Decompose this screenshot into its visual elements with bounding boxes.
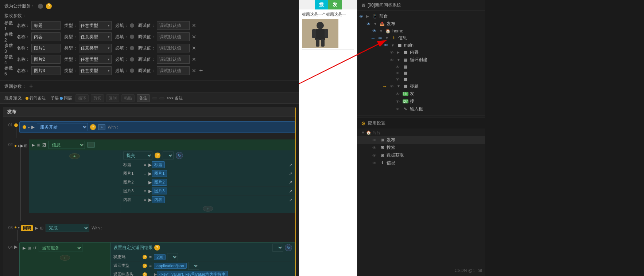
tree-item-fa[interactable]: 👁 btn 发	[357, 90, 485, 98]
tree-item-backend-info[interactable]: 👁 ℹ 信息	[357, 159, 485, 167]
param-required-3[interactable]	[130, 46, 134, 50]
preview-tab-publish[interactable]: 发	[328, 0, 342, 9]
cs-select[interactable]: 当前服务	[39, 244, 82, 252]
param-type-select-1[interactable]: 任意类型	[79, 21, 112, 30]
tree-eye-bs[interactable]: 👁	[371, 146, 378, 150]
tree-eye-input-field[interactable]: 👁	[394, 107, 401, 111]
submit-add-btn[interactable]: +	[203, 206, 213, 212]
tree-eye-fa[interactable]: 👁	[394, 92, 401, 96]
tree-eye-home[interactable]: 👁	[371, 29, 378, 33]
param-required-4[interactable]	[130, 57, 134, 62]
tree-eye-bp[interactable]: 👁	[371, 138, 378, 142]
param-debug-input-2[interactable]	[157, 32, 190, 41]
submit-expand-select[interactable]: ▼	[163, 151, 174, 159]
expand-icon-3[interactable]: ↗	[289, 180, 292, 185]
tree-item-loop[interactable]: 👁 ▼ ▦ 循环创建	[357, 56, 485, 64]
tree-eye-bi[interactable]: 👁	[371, 161, 378, 165]
submit-help[interactable]: ?	[155, 153, 160, 158]
tree-eye-e1[interactable]: 👁	[394, 65, 401, 69]
tree-item-home[interactable]: 👁 ▼ 🏠 home	[357, 28, 485, 34]
help-icon[interactable]: ?	[46, 3, 52, 9]
add-step-button-2[interactable]: +	[87, 142, 94, 148]
result-expand-select[interactable]: ▼	[272, 244, 283, 252]
tree-eye-frontend[interactable]: 👁	[357, 14, 365, 19]
cs-add-btn[interactable]: +	[60, 255, 70, 261]
param-name-input-3[interactable]	[31, 44, 61, 52]
param-delete-4[interactable]: ✕	[191, 56, 197, 62]
param-delete-2[interactable]: ✕	[191, 34, 197, 40]
tree-eye-publish[interactable]: 👁	[365, 22, 372, 26]
param-debug-input-5[interactable]	[157, 66, 190, 75]
param-name-input-5[interactable]	[31, 66, 61, 75]
tree-item-backend-data[interactable]: 👁 ⊞ 数据获取	[357, 151, 485, 159]
param-name-input-1[interactable]	[31, 21, 61, 30]
tree-eye-e3[interactable]: 👁	[394, 77, 401, 82]
tree-eye-title[interactable]: 👁	[388, 84, 395, 88]
param-type-select-3[interactable]: 任意类型	[79, 44, 112, 52]
param-type-select-2[interactable]: 任意类型	[79, 32, 112, 41]
param-delete-1[interactable]: ✕	[191, 23, 197, 28]
param-required-5[interactable]	[130, 68, 134, 73]
tree-eye-content[interactable]: 👁	[388, 50, 395, 55]
loop-btn[interactable]: 循环	[75, 94, 89, 102]
paste-btn[interactable]: 粘贴	[121, 94, 135, 102]
tree-item-content[interactable]: 👁 ▶ ▦ 内容	[357, 48, 485, 56]
param-name-input-4[interactable]	[31, 55, 61, 64]
param-required-2[interactable]	[130, 35, 134, 39]
expand-icon-1[interactable]: ↗	[289, 162, 292, 167]
tree-eye-loop[interactable]: 👁	[388, 58, 395, 62]
tree-eye-sou[interactable]: 👁	[394, 99, 401, 104]
tree-item-empty-3[interactable]: 👁 ▦	[357, 76, 485, 82]
expand-icon-2[interactable]: ↗	[289, 171, 292, 176]
result-help[interactable]: ?	[154, 245, 160, 251]
tree-item-main[interactable]: 👁 ▼ ▦ main	[357, 42, 485, 48]
param-delete-5[interactable]: ✕	[191, 68, 197, 74]
preview-tab-search[interactable]: 搜	[315, 0, 328, 9]
result-field-help-2[interactable]: ?	[143, 264, 147, 268]
param-delete-3[interactable]: ✕	[191, 45, 197, 51]
extra-btn[interactable]	[152, 97, 157, 99]
note-btn[interactable]: 备注	[137, 94, 150, 102]
tree-eye-e2[interactable]: 👁	[394, 71, 401, 75]
expand-icon-4[interactable]: ↗	[289, 189, 292, 194]
tree-item-backend-publish[interactable]: 👁 ⊞ 发布	[357, 136, 485, 144]
service-start-help[interactable]: ?	[90, 124, 96, 130]
result-select-2[interactable]: ▼	[188, 262, 199, 270]
add-param-button[interactable]: +	[198, 67, 204, 75]
tree-item-info[interactable]: ← 👁 ▼ ℹ 信息	[357, 34, 485, 42]
result-scroll-btn[interactable]: ↻	[285, 244, 292, 251]
tree-item-empty-1[interactable]: 👁 ▦	[357, 64, 485, 70]
tree-item-backend-search[interactable]: 👁 ⊞ 搜索	[357, 144, 485, 151]
tree-eye-main[interactable]: 👁	[382, 43, 389, 47]
result-field-help-1[interactable]: ?	[143, 255, 147, 259]
extra-btn2[interactable]	[159, 97, 164, 99]
submit-add-button[interactable]: +	[69, 153, 79, 159]
expand-icon-5[interactable]: ↗	[289, 197, 292, 202]
tree-item-sou[interactable]: 👁 btn 搜	[357, 98, 485, 105]
tree-eye-info[interactable]: 👁	[376, 36, 384, 40]
submit-select[interactable]: 提交	[123, 151, 152, 159]
tree-item-publish[interactable]: 👁 ▼ 📤 发布	[357, 20, 485, 28]
param-debug-input-3[interactable]	[157, 44, 190, 52]
info-select[interactable]: 信息	[49, 141, 85, 149]
child-annotation-btn[interactable]: 子层 同层	[49, 95, 73, 102]
submit-scroll-button[interactable]: ↻	[176, 152, 183, 159]
add-step-button-1[interactable]: +	[98, 124, 105, 130]
result-field-help-3[interactable]: ?	[143, 272, 147, 276]
param-type-select-4[interactable]: 任意类型	[79, 55, 112, 64]
param-type-select-5[interactable]: 任意类型	[79, 66, 112, 75]
tree-item-title-node[interactable]: → 👁 ▼ ▦ 标题	[357, 82, 485, 90]
add-return-param-button[interactable]: +	[28, 83, 34, 90]
more-annotation-btn[interactable]: >>> 备注	[167, 95, 183, 101]
param-name-input-2[interactable]	[31, 32, 61, 41]
copy-btn[interactable]: 复制	[106, 94, 119, 102]
result-select-1[interactable]: ▼	[167, 253, 178, 261]
param-debug-input-4[interactable]	[157, 55, 190, 64]
param-required-1[interactable]	[130, 23, 134, 28]
public-service-toggle[interactable]	[38, 4, 43, 9]
complete-select[interactable]: 完成	[46, 224, 89, 232]
cut-btn[interactable]: 剪切	[91, 94, 104, 102]
service-start-select[interactable]: 服务开始	[37, 123, 88, 131]
settings-row[interactable]: ⚙ 应用设置	[357, 118, 485, 129]
row-annotation-btn[interactable]: 行间备注	[24, 95, 47, 102]
